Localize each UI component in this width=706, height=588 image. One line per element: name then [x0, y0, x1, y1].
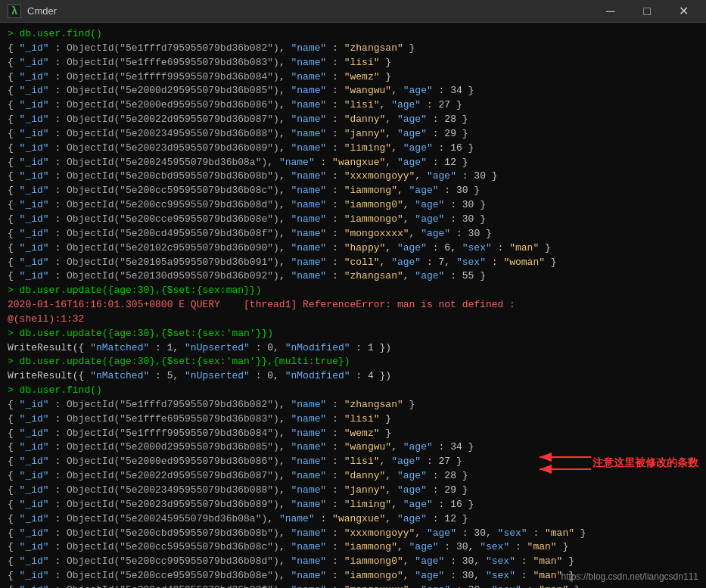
terminal-line: { "_id" : ObjectId("5e20130d95955079bd36… — [8, 269, 698, 284]
terminal-line: > db.user.find() — [8, 384, 698, 398]
terminal-line: { "_id" : ObjectId("5e200cd495955079bd36… — [8, 227, 698, 241]
terminal-line: { "_id" : ObjectId("5e200245955079bd36b0… — [8, 512, 698, 527]
titlebar: λ Cmder ─ □ ✕ — [0, 0, 706, 23]
terminal-line: { "_id" : ObjectId("5e200cc995955079bd36… — [8, 198, 698, 213]
terminal-line: { "_id" : ObjectId("5e200245955079bd36b0… — [8, 156, 698, 170]
terminal-line: { "_id" : ObjectId("5e200cd495955079bd36… — [8, 583, 698, 588]
close-button[interactable]: ✕ — [668, 0, 698, 23]
terminal-line: { "_id" : ObjectId("5e1ffff995955079bd36… — [8, 427, 698, 441]
terminal-line: { "_id" : ObjectId("5e20023d95955079bd36… — [8, 142, 698, 156]
terminal-line: { "_id" : ObjectId("5e20022d95955079bd36… — [8, 113, 698, 127]
terminal-line: { "_id" : ObjectId("5e2000d295955079bd36… — [8, 84, 698, 98]
terminal-line: { "_id" : ObjectId("5e200cc595955079bd36… — [8, 184, 698, 198]
terminal-line: { "_id" : ObjectId("5e200cc995955079bd36… — [8, 555, 698, 569]
maximize-button[interactable]: □ — [632, 0, 662, 23]
terminal-area[interactable]: > db.user.find(){ "_id" : ObjectId("5e1f… — [0, 23, 706, 588]
terminal-line: { "_id" : ObjectId("5e200cc595955079bd36… — [8, 540, 698, 555]
terminal-line: { "_id" : ObjectId("5e20023495955079bd36… — [8, 484, 698, 498]
terminal-line: { "_id" : ObjectId("5e20102c95955079bd36… — [8, 241, 698, 256]
terminal-line: @(shell):1:32 — [8, 313, 698, 327]
arrow-icon — [532, 448, 592, 478]
terminal-line: { "_id" : ObjectId("5e20023495955079bd36… — [8, 127, 698, 142]
minimize-button[interactable]: ─ — [596, 0, 626, 23]
annotation-text: 注意这里被修改的条数 — [592, 456, 698, 470]
terminal-line: { "_id" : ObjectId("5e1fffd795955079bd36… — [8, 398, 698, 412]
terminal-line: > db.user.update({age:30},{$set:{sex:man… — [8, 284, 698, 298]
terminal-line: WriteResult({ "nMatched" : 1, "nUpserted… — [8, 341, 698, 356]
window-controls: ─ □ ✕ — [596, 0, 698, 23]
terminal-line: { "_id" : ObjectId("5e200cce95955079bd36… — [8, 213, 698, 227]
terminal-line: { "_id" : ObjectId("5e1ffff995955079bd36… — [8, 70, 698, 85]
terminal-line: { "_id" : ObjectId("5e20023d95955079bd36… — [8, 498, 698, 512]
annotation-container: 注意这里被修改的条数 — [532, 448, 698, 478]
terminal-line: > db.user.find() — [8, 27, 698, 42]
terminal-line: { "_id" : ObjectId("5e1fffd795955079bd36… — [8, 42, 698, 56]
terminal-line: { "_id" : ObjectId("5e200cbd95955079bd36… — [8, 527, 698, 541]
terminal-line: { "_id" : ObjectId("5e2000ed95955079bd36… — [8, 98, 698, 113]
terminal-line: { "_id" : ObjectId("5e1fffe695955079bd36… — [8, 56, 698, 70]
terminal-line: WriteResult({ "nMatched" : 5, "nUpserted… — [8, 369, 698, 384]
window-title: Cmder — [27, 5, 596, 17]
app-icon: λ — [8, 5, 21, 18]
watermark: https://blog.csdn.net/liangcsdn111 — [561, 571, 698, 582]
terminal-line: 2020-01-16T16:16:01.305+0800 E QUERY [th… — [8, 298, 698, 313]
terminal-output: > db.user.find(){ "_id" : ObjectId("5e1f… — [8, 27, 698, 588]
terminal-line: > db.user.update({age:30},{$set:{sex:'ma… — [8, 355, 698, 369]
terminal-line: { "_id" : ObjectId("5e20105a95955079bd36… — [8, 256, 698, 270]
terminal-line: { "_id" : ObjectId("5e1fffe695955079bd36… — [8, 412, 698, 427]
terminal-line: { "_id" : ObjectId("5e200cbd95955079bd36… — [8, 170, 698, 184]
terminal-line: > db.user.update({age:30},{$set:{sex:'ma… — [8, 327, 698, 341]
